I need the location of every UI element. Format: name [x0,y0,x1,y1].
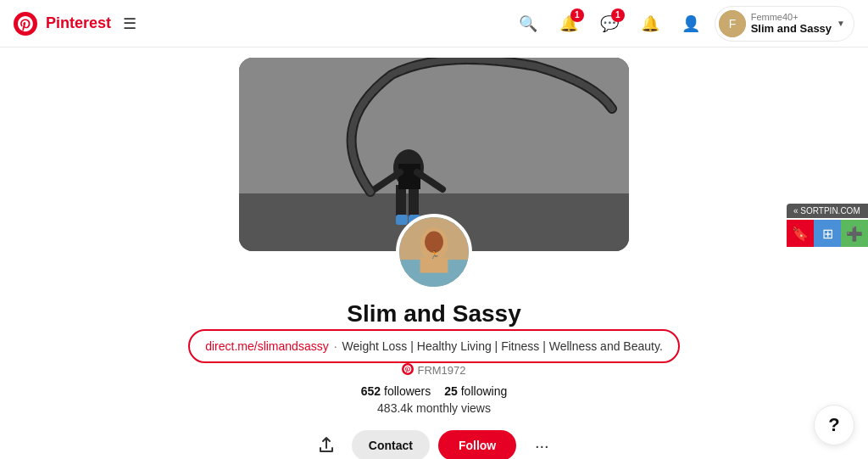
followers-stat[interactable]: 652 followers [361,384,431,398]
monthly-views: 483.4k monthly views [0,401,868,415]
svg-rect-11 [398,164,420,189]
notification-badge: 1 [570,8,584,22]
svg-point-21 [402,363,414,375]
profile-name: Slim and Sassy [0,300,868,327]
user-avatar-small: F [719,10,746,37]
search-button[interactable]: 🔍 [511,7,545,41]
pinterest-id-text: FRM1972 [417,364,465,377]
header-left: Pinterest ☰ [14,12,136,36]
chevron-down-icon: ▼ [837,19,845,28]
sortpin-header: « SORTPIN.COM [787,204,868,218]
help-button[interactable]: ? [814,405,854,445]
svg-text:F: F [728,17,736,31]
profile-link[interactable]: direct.me/slimandsassy [205,339,329,353]
hamburger-icon[interactable]: ☰ [123,14,136,33]
sortpin-add-button[interactable]: ➕ [841,220,868,247]
main-content: 🏃 Slim and Sassy direct.me/slimandsassy … [0,58,868,459]
more-options-button[interactable]: ··· [525,428,559,459]
profile-avatar: 🏃 [396,214,472,290]
header: Pinterest ☰ 🔍 🔔 1 💬 1 🔔 👤 F Femme40+ Sli… [0,0,868,48]
actions-row: Contact Follow ··· [0,428,868,459]
account-label: Femme40+ [751,12,832,22]
profile-avatar-container: 🏃 [0,214,868,290]
pinterest-logo-icon [14,12,37,36]
following-count: 25 [444,384,458,398]
account-name: Slim and Sassy [751,22,832,35]
sortpin-sidebar: « SORTPIN.COM 🔖 ⊞ ➕ [787,204,868,247]
messages-button[interactable]: 💬 1 [593,7,626,41]
profile-info: Slim and Sassy direct.me/slimandsassy · … [0,300,868,459]
sortpin-bookmark-button[interactable]: 🔖 [787,220,814,247]
bio-annotation: direct.me/slimandsassy · Weight Loss | H… [192,334,676,358]
share-button[interactable] [309,428,343,459]
header-right: 🔍 🔔 1 💬 1 🔔 👤 F Femme40+ Slim and Sassy … [511,6,854,42]
app-title: Pinterest [46,14,111,32]
stats-row: 652 followers 25 following [0,384,868,398]
followers-label: followers [384,384,431,398]
bio-separator: · [334,339,337,353]
following-stat[interactable]: 25 following [444,384,507,398]
svg-point-19 [425,231,443,253]
notifications-button[interactable]: 🔔 1 [552,7,586,41]
message-badge: 1 [611,8,625,22]
pinterest-small-icon [402,363,414,378]
sortpin-buttons: 🔖 ⊞ ➕ [787,220,868,247]
profile-icon-button[interactable]: 👤 [674,7,708,41]
svg-text:🏃: 🏃 [430,249,440,260]
svg-rect-18 [420,257,448,272]
profile-bio: direct.me/slimandsassy · Weight Loss | H… [0,334,868,358]
pinterest-id-row: FRM1972 [0,363,868,378]
contact-button[interactable]: Contact [352,430,430,459]
followers-count: 652 [361,384,381,398]
updates-button[interactable]: 🔔 [633,7,667,41]
user-account-button[interactable]: F Femme40+ Slim and Sassy ▼ [715,6,854,42]
following-label: following [461,384,507,398]
bio-text: Weight Loss | Healthy Living | Fitness |… [342,339,663,353]
user-account-info: Femme40+ Slim and Sassy [751,12,832,35]
svg-point-0 [14,12,37,36]
follow-button[interactable]: Follow [438,430,516,459]
sortpin-grid-button[interactable]: ⊞ [814,220,841,247]
